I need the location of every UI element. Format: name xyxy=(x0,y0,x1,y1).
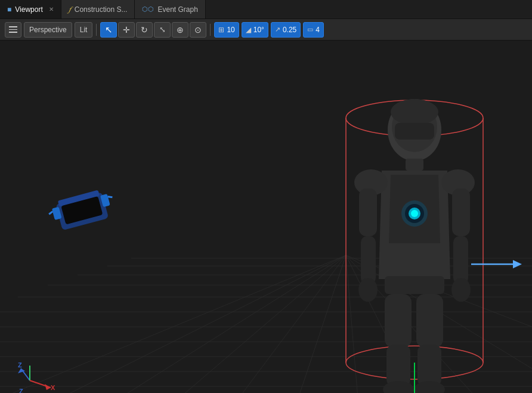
svg-point-46 xyxy=(358,278,378,302)
svg-rect-56 xyxy=(417,345,441,386)
simulate-button[interactable]: ⊙ xyxy=(190,22,206,38)
perspective-button[interactable]: Perspective xyxy=(24,22,72,38)
scale-display-value: 0.25 xyxy=(283,26,296,34)
tool-buttons-group: ↖ ✛ ↻ ⤡ ⊕ ⊙ xyxy=(100,22,206,38)
svg-rect-48 xyxy=(452,188,470,236)
angle-value: 10° xyxy=(253,26,264,34)
move-icon: ✛ xyxy=(123,25,130,35)
construction-tab-icon: 𝑓 xyxy=(69,5,71,14)
scale-icon: ⤡ xyxy=(159,25,166,34)
tab-viewport[interactable]: ■ Viewport ✕ xyxy=(0,0,61,18)
toolbar-separator-2 xyxy=(210,24,211,36)
simulate-icon: ⊙ xyxy=(194,25,202,35)
perspective-label: Perspective xyxy=(29,26,67,34)
svg-rect-37 xyxy=(395,123,434,140)
camera-button[interactable]: ▭ 4 xyxy=(303,22,324,38)
viewport-area[interactable]: Z X Z xyxy=(0,41,532,393)
move-mode-button[interactable]: ✛ xyxy=(118,22,135,38)
toolbar: Perspective Lit ↖ ✛ ↻ ⤡ ⊕ ⊙ xyxy=(0,19,532,41)
lit-button[interactable]: Lit xyxy=(75,22,93,38)
camera-value: 4 xyxy=(316,26,320,34)
event-graph-tab-label: Event Graph xyxy=(157,5,197,14)
camera-icon: ▭ xyxy=(307,26,313,33)
scale-display-icon: ↗ xyxy=(275,26,280,33)
grid-icon: ⊞ xyxy=(218,26,224,34)
select-icon: ↖ xyxy=(105,24,113,35)
transform-icon: ⊕ xyxy=(177,25,184,35)
svg-text:X: X xyxy=(51,384,55,391)
scale-mode-button[interactable]: ⤡ xyxy=(154,22,171,38)
svg-rect-52 xyxy=(385,294,412,348)
svg-rect-53 xyxy=(386,345,410,386)
transform-mode-button[interactable]: ⊕ xyxy=(172,22,188,38)
event-graph-tab-icon: ⬡⬡ xyxy=(142,5,154,13)
grid-toggle-button[interactable]: ⊞ 10 xyxy=(214,22,239,38)
tab-construction-script[interactable]: 𝑓 Construction S... xyxy=(61,0,135,18)
viewport-tab-label: Viewport xyxy=(15,5,42,14)
grid-value: 10 xyxy=(227,26,234,34)
tab-event-graph[interactable]: ⬡⬡ Event Graph xyxy=(135,0,205,18)
viewport-scene: Z X Z xyxy=(0,41,532,393)
svg-rect-38 xyxy=(406,159,423,171)
hamburger-icon xyxy=(7,24,20,35)
rotate-mode-button[interactable]: ↻ xyxy=(136,22,153,38)
select-mode-button[interactable]: ↖ xyxy=(100,22,117,38)
construction-tab-label: Construction S... xyxy=(75,5,128,14)
svg-rect-44 xyxy=(359,188,377,236)
svg-rect-51 xyxy=(385,276,444,294)
svg-point-42 xyxy=(411,210,418,217)
svg-rect-45 xyxy=(361,236,376,284)
svg-point-50 xyxy=(451,278,471,302)
svg-text:Z: Z xyxy=(19,388,23,393)
hamburger-menu-button[interactable] xyxy=(5,22,21,38)
svg-rect-49 xyxy=(453,236,468,284)
viewport-tab-close[interactable]: ✕ xyxy=(49,6,54,13)
viewport-tab-icon: ■ xyxy=(7,5,11,14)
tab-bar: ■ Viewport ✕ 𝑓 Construction S... ⬡⬡ Even… xyxy=(0,0,532,19)
toolbar-separator-1 xyxy=(96,24,97,36)
rotate-icon: ↻ xyxy=(141,25,148,35)
scale-display-button[interactable]: ↗ 0.25 xyxy=(271,22,301,38)
angle-icon: ◢ xyxy=(246,26,251,34)
lit-label: Lit xyxy=(80,26,88,34)
svg-rect-55 xyxy=(416,294,443,348)
svg-point-36 xyxy=(391,99,438,125)
angle-button[interactable]: ◢ 10° xyxy=(242,22,268,38)
svg-text:Z: Z xyxy=(18,361,22,369)
